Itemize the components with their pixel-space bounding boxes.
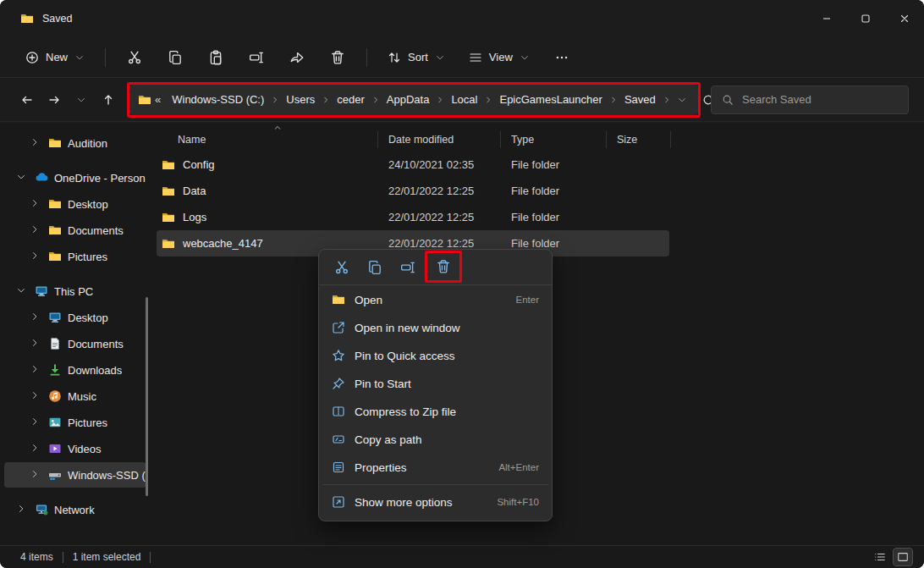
forward-button[interactable] xyxy=(41,85,68,114)
menu-item-copy-path[interactable]: Copy as path xyxy=(323,426,547,453)
details-view-button[interactable] xyxy=(871,549,889,565)
sidebar-item-onedrive-documents[interactable]: Documents xyxy=(4,218,146,243)
menu-item-compress-zip[interactable]: Compress to Zip file xyxy=(323,398,547,425)
sidebar-item-onedrive-desktop[interactable]: Desktop xyxy=(4,191,146,217)
breadcrumb-saved[interactable]: Saved xyxy=(619,90,662,109)
share-button[interactable] xyxy=(278,42,316,73)
sidebar-scrollbar[interactable] xyxy=(146,297,148,496)
copy-button[interactable] xyxy=(157,42,194,73)
rename-button[interactable] xyxy=(238,42,275,73)
chevron-right-icon[interactable] xyxy=(30,251,42,263)
search-box[interactable] xyxy=(711,85,909,114)
menu-item-pin-quick-access[interactable]: Pin to Quick access xyxy=(323,342,547,369)
sidebar-item-windows-ssd[interactable]: Windows-SSD (C: xyxy=(4,462,146,488)
sidebar-item-downloads[interactable]: Downloads xyxy=(4,357,146,383)
context-rename-button[interactable] xyxy=(392,254,424,281)
sidebar-item-onedrive-pictures[interactable]: Pictures xyxy=(4,244,146,269)
sidebar-item-this-pc[interactable]: This PC xyxy=(4,278,146,304)
delete-button[interactable] xyxy=(319,42,356,73)
menu-item-label: Compress to Zip file xyxy=(355,405,456,418)
menu-item-properties[interactable]: Properties Alt+Enter xyxy=(323,454,547,481)
file-type: File folder xyxy=(501,211,607,223)
pictures-icon xyxy=(48,416,62,429)
chevron-right-icon[interactable] xyxy=(30,224,42,237)
recent-locations-button[interactable] xyxy=(68,85,95,114)
sidebar-item-network[interactable]: Network xyxy=(4,497,146,522)
share-icon xyxy=(289,50,305,65)
breadcrumb-drive[interactable]: Windows-SSD (C:) xyxy=(166,90,270,109)
sidebar-item-music[interactable]: Music xyxy=(4,383,146,409)
chevron-right-icon[interactable] xyxy=(30,312,42,324)
new-button[interactable]: New xyxy=(15,44,95,71)
window-controls xyxy=(807,0,924,37)
folder-icon xyxy=(48,197,62,211)
file-row-data[interactable]: Data 22/01/2022 12:25 File folder xyxy=(157,178,669,204)
sort-button[interactable]: Sort xyxy=(377,44,455,71)
context-copy-button[interactable] xyxy=(359,254,391,281)
column-header-label: Size xyxy=(617,134,637,146)
breadcrumb-users[interactable]: Users xyxy=(280,90,321,109)
search-icon xyxy=(722,94,734,106)
up-button[interactable] xyxy=(95,85,122,114)
breadcrumb-ceder[interactable]: ceder xyxy=(331,90,371,109)
column-header-name[interactable]: Name xyxy=(157,131,378,148)
menu-item-shortcut: Shift+F10 xyxy=(497,497,539,507)
sidebar-item-onedrive[interactable]: OneDrive - Person xyxy=(4,165,146,190)
sidebar-item-label: Windows-SSD (C: xyxy=(68,469,146,482)
view-button[interactable]: View xyxy=(459,44,540,71)
menu-item-pin-start[interactable]: Pin to Start xyxy=(323,370,547,397)
menu-item-show-more-options[interactable]: Show more options Shift+F10 xyxy=(323,488,547,516)
minimize-button[interactable] xyxy=(807,0,846,37)
sidebar-item-desktop[interactable]: Desktop xyxy=(4,305,146,330)
context-delete-button[interactable] xyxy=(427,253,459,280)
breadcrumb-local[interactable]: Local xyxy=(445,90,483,109)
chevron-down-icon[interactable] xyxy=(16,285,29,298)
chevron-right-icon[interactable] xyxy=(30,443,42,455)
paste-button[interactable] xyxy=(197,42,234,73)
see-more-button[interactable] xyxy=(543,42,580,73)
chevron-right-icon[interactable] xyxy=(16,504,29,516)
menu-item-open-new-window[interactable]: Open in new window xyxy=(323,314,547,341)
rename-icon xyxy=(249,50,264,65)
large-icons-view-button[interactable] xyxy=(894,549,912,565)
videos-icon xyxy=(48,442,62,455)
sidebar-item-audition[interactable]: Audition xyxy=(4,130,146,156)
cut-button[interactable] xyxy=(116,42,153,73)
search-input[interactable] xyxy=(742,93,898,106)
address-dropdown-button[interactable] xyxy=(672,85,692,114)
sidebar-item-videos[interactable]: Videos xyxy=(4,436,146,461)
chevron-right-icon[interactable] xyxy=(30,338,42,350)
breadcrumb-epicgameslauncher[interactable]: EpicGamesLauncher xyxy=(493,90,608,109)
sidebar-item-documents[interactable]: Documents xyxy=(4,331,146,356)
breadcrumb-overflow[interactable]: « xyxy=(151,93,166,106)
chevron-down-icon xyxy=(520,52,530,63)
column-header-type[interactable]: Type xyxy=(501,131,607,148)
toolbar-divider xyxy=(366,48,367,67)
address-bar[interactable]: « Windows-SSD (C:) Users ceder AppData L… xyxy=(129,85,698,115)
context-cut-button[interactable] xyxy=(326,254,358,281)
breadcrumb-appdata[interactable]: AppData xyxy=(381,90,436,109)
view-icon xyxy=(469,51,482,64)
file-row-logs[interactable]: Logs 22/01/2022 12:25 File folder xyxy=(157,204,669,230)
close-button[interactable] xyxy=(885,0,924,37)
column-header-date-modified[interactable]: Date modified xyxy=(378,131,501,148)
sidebar-item-pictures[interactable]: Pictures xyxy=(4,410,146,435)
sidebar-section-gap xyxy=(0,157,151,164)
chevron-right-icon[interactable] xyxy=(30,364,42,377)
this-pc-icon xyxy=(35,284,48,298)
chevron-right-icon[interactable] xyxy=(30,469,42,482)
file-date-modified: 24/10/2021 02:35 xyxy=(378,158,501,171)
chevron-right-icon[interactable] xyxy=(30,390,42,403)
column-header-size[interactable]: Size xyxy=(607,131,671,148)
maximize-button[interactable] xyxy=(846,0,885,37)
file-row-config[interactable]: Config 24/10/2021 02:35 File folder xyxy=(157,152,669,178)
chevron-right-icon[interactable] xyxy=(30,416,42,429)
column-header-label: Date modified xyxy=(388,134,454,146)
menu-item-open[interactable]: Open Enter xyxy=(323,286,547,313)
chevron-right-icon[interactable] xyxy=(30,137,42,150)
chevron-down-icon[interactable] xyxy=(16,172,29,185)
chevron-right-icon[interactable] xyxy=(30,198,42,211)
back-button[interactable] xyxy=(14,85,41,114)
command-toolbar: New Sort View xyxy=(0,37,924,78)
ellipsis-icon xyxy=(554,50,569,65)
